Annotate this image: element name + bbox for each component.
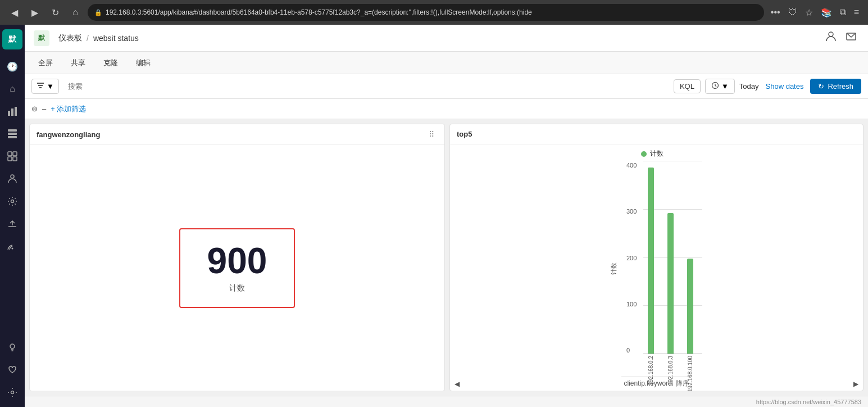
bar-group-1	[648, 163, 654, 354]
breadcrumb-home[interactable]: 仪表板	[58, 33, 82, 43]
kibana-logo: 默	[34, 30, 49, 46]
panel-scroll-right[interactable]: ▶	[853, 380, 858, 388]
refresh-button[interactable]: ↻ Refresh	[810, 79, 861, 94]
sidebar-item-settings[interactable]	[2, 382, 22, 403]
svg-rect-5	[8, 136, 17, 138]
panel-body-left: 900 计数	[30, 145, 444, 391]
sidebar-bottom	[2, 337, 22, 403]
clone-button[interactable]: 克隆	[99, 56, 122, 70]
search-input[interactable]	[63, 80, 669, 93]
fullscreen-button[interactable]: 全屏	[34, 56, 57, 70]
forward-button[interactable]: ▶	[27, 4, 43, 20]
svg-rect-7	[13, 152, 17, 156]
library-button[interactable]: 📚	[819, 5, 834, 20]
x-label-3: 192.168.0.100	[687, 356, 693, 391]
x-axis-title: clientip.keyword: 降序	[624, 379, 689, 388]
y-tick-400: 400	[626, 162, 640, 169]
bookmark-button[interactable]: ☆	[803, 5, 815, 20]
metric-label: 计数	[229, 283, 245, 293]
sidebar-item-chart[interactable]	[2, 101, 22, 121]
metric-container: 900 计数	[179, 228, 296, 308]
filter-remove-icon[interactable]: ⊖	[31, 105, 38, 113]
browser-refresh-button[interactable]: ↻	[47, 4, 63, 20]
sidebar-item-signal[interactable]	[2, 236, 22, 256]
status-url: https://blog.csdn.net/weixin_45777583	[756, 399, 861, 405]
svg-rect-6	[8, 152, 12, 156]
panel-body-right: 计数 计数 400 300 200 100	[450, 144, 863, 391]
chart-footer: clientip.keyword: 降序 ◀ ▶	[621, 376, 691, 391]
y-tick-300: 300	[626, 208, 640, 215]
panel-header-right: top5	[450, 124, 863, 144]
filter-dash-icon[interactable]: –	[42, 105, 46, 113]
bar-1	[648, 168, 654, 354]
time-value: Today	[739, 82, 759, 91]
browser-chrome: ◀ ▶ ↻ ⌂ 🔒 192.168.0.3:5601/app/kibana#/d…	[0, 0, 868, 25]
refresh-label: Refresh	[828, 82, 853, 91]
kql-button[interactable]: KQL	[674, 79, 701, 93]
browser-actions: ••• 🛡 ☆ 📚 ⧉ ≡	[769, 5, 861, 20]
sidebar-logo[interactable]: 默	[2, 29, 22, 49]
share-button[interactable]: 共享	[66, 56, 90, 70]
svg-rect-2	[15, 107, 17, 116]
back-button[interactable]: ◀	[7, 4, 22, 20]
edit-button[interactable]: 编辑	[131, 56, 155, 70]
kibana-icon: 默	[34, 30, 49, 46]
panel-header-left: fangwenzongliang ⠿	[30, 124, 444, 145]
bar-group-2	[667, 163, 674, 354]
sidebar-item-bulb[interactable]	[2, 337, 22, 358]
svg-rect-4	[8, 133, 17, 135]
svg-rect-18	[38, 85, 43, 86]
panel-scroll-left[interactable]: ◀	[455, 380, 460, 388]
bar-2	[667, 213, 674, 354]
bar-3	[687, 259, 693, 354]
svg-rect-19	[39, 87, 42, 88]
menu-button[interactable]: ≡	[852, 5, 861, 20]
panels-area: fangwenzongliang ⠿ 900 计数 top5	[25, 119, 868, 396]
sidebar-item-heart[interactable]	[2, 360, 22, 380]
bar-group-3	[687, 163, 693, 354]
metric-value: 900	[207, 243, 267, 279]
legend-label: 计数	[650, 149, 664, 159]
sidebar-item-layers[interactable]	[2, 124, 22, 144]
filter-bar: ▼ KQL ▼ Today Show dates ↻ Refresh	[25, 74, 868, 99]
url-text: 192.168.0.3:5601/app/kibana#/dashboard/5…	[106, 8, 757, 16]
svg-rect-17	[37, 83, 44, 84]
shield-button[interactable]: 🛡	[786, 5, 799, 20]
filter-type-selector[interactable]: ▼	[31, 79, 59, 94]
sidebar-item-clock[interactable]: 🕐	[2, 56, 22, 76]
panel-menu-button-left[interactable]: ⠿	[425, 129, 438, 140]
svg-point-11	[11, 200, 14, 203]
time-picker[interactable]: ▼	[705, 79, 735, 94]
show-dates-button[interactable]: Show dates	[764, 80, 806, 93]
tabs-button[interactable]: ⧉	[838, 5, 848, 20]
svg-rect-3	[8, 129, 17, 132]
status-bar: https://blog.csdn.net/weixin_45777583	[25, 396, 868, 407]
mail-icon-button[interactable]	[843, 29, 859, 47]
sidebar-item-person[interactable]	[2, 169, 22, 189]
sidebar-item-gear[interactable]	[2, 191, 22, 211]
x-label-1: 192.168.0.2	[648, 356, 654, 386]
lock-icon: 🔒	[94, 9, 102, 16]
filter-row: ⊖ – + 添加筛选	[25, 99, 868, 119]
user-icon-button[interactable]	[823, 29, 839, 47]
top-bar-actions	[823, 29, 859, 47]
svg-rect-8	[8, 157, 12, 161]
add-filter-button[interactable]: + 添加筛选	[51, 104, 86, 114]
sidebar-item-home[interactable]: ⌂	[2, 79, 22, 99]
dashboard-toolbar: 全屏 共享 克隆 编辑	[25, 52, 868, 74]
svg-rect-0	[8, 111, 10, 116]
top-bar: 默 仪表板 / websit status	[25, 25, 868, 52]
home-button[interactable]: ⌂	[67, 4, 83, 20]
refresh-icon: ↻	[818, 82, 824, 91]
svg-point-15	[829, 32, 833, 37]
sidebar-item-box[interactable]	[2, 146, 22, 166]
breadcrumb: 仪表板 / websit status	[58, 33, 139, 43]
svg-point-13	[10, 344, 15, 349]
address-bar[interactable]: 🔒 192.168.0.3:5601/app/kibana#/dashboard…	[88, 4, 764, 21]
x-label-2: 192.168.0.3	[667, 356, 674, 386]
sidebar-item-upload[interactable]	[2, 214, 22, 234]
panel-title-right: top5	[457, 130, 856, 138]
y-tick-200: 200	[626, 255, 640, 261]
more-button[interactable]: •••	[769, 5, 783, 20]
y-tick-100: 100	[626, 301, 640, 307]
